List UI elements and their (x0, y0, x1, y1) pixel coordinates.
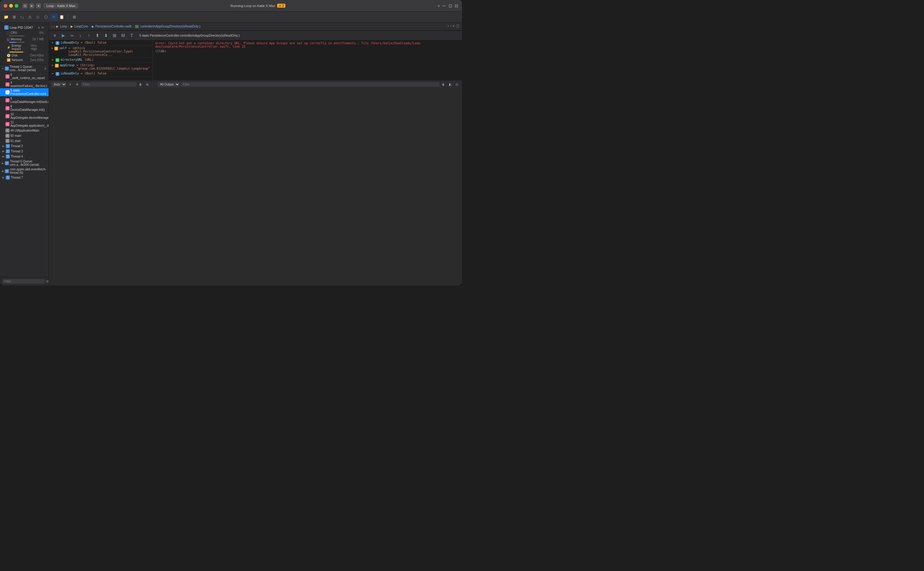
folder-icon-btn[interactable]: 📁 (2, 14, 10, 21)
play-btn[interactable]: ▶ (29, 3, 34, 8)
var-appgroup[interactable]: ▶ A appGroup = (String) "group.com.83JUV… (49, 63, 152, 71)
frame-11-item[interactable]: f 11 AppDelegate.application(_:didFi... (0, 120, 49, 128)
nav-next-btn[interactable]: › (450, 24, 451, 29)
nav-back-btn[interactable]: ⤺ (443, 3, 446, 8)
thread-4-item[interactable]: ▶ T Thread 4 (0, 154, 49, 159)
warning-badge[interactable]: ⚠ 2 (277, 4, 285, 8)
breadcrumb-file[interactable]: PersistenceController.swift (95, 25, 132, 28)
breadcrumb-forward-btn[interactable]: › (53, 25, 55, 29)
var-expand-5[interactable]: ▶ (51, 72, 54, 75)
sidebar-filter-input[interactable] (2, 279, 45, 284)
add-editor-btn[interactable]: + (438, 3, 440, 8)
frame-0-item[interactable]: f 0 _swift_runtime_on_report (0, 73, 49, 80)
vars-format-btn[interactable]: ℹ (68, 82, 73, 87)
thread-1-expand[interactable]: ▾ (2, 67, 4, 70)
thread-1-item[interactable]: ▾ T Thread 1 Queue: com...hread (serial)… (0, 65, 49, 73)
sep-2: › (89, 25, 90, 28)
debug-step-over-btn[interactable]: ⤼ (68, 32, 75, 39)
debug-btn[interactable]: ⬡ (42, 14, 50, 21)
thread-2-item[interactable]: ▶ T Thread 2 (0, 144, 49, 149)
breadcrumb-loop[interactable]: Loop (60, 25, 67, 28)
test-btn[interactable]: ◇ (34, 14, 42, 21)
vars-option-btn[interactable]: ⚙ (74, 82, 80, 87)
debug-hide-btn[interactable]: ≡ (51, 32, 58, 39)
vars-layout-btn[interactable]: ⊞ (144, 82, 150, 87)
output-layout-1-btn[interactable]: ◧ (447, 82, 453, 87)
breakpoints-btn[interactable]: ≡ (50, 14, 57, 21)
issues-btn[interactable]: ⚠ (26, 14, 34, 21)
debug-down-btn[interactable]: ⬇ (103, 32, 109, 39)
merge-icon-btn[interactable]: ⊞ (10, 14, 18, 21)
stop-btn[interactable]: ■ (36, 3, 41, 8)
breadcrumb-loopcore[interactable]: LoopCore (74, 25, 88, 28)
source-control-btn[interactable]: ↑↓ (19, 14, 26, 21)
thread-6-item[interactable]: ▶ T com.apple.uikit.eventfetch-thread (6… (0, 167, 49, 175)
frame-5-item[interactable]: f 5 static PersistenceController.cont... (0, 88, 49, 96)
debug-view-btn[interactable]: ⊞ (111, 32, 118, 39)
minimize-button[interactable] (9, 4, 13, 8)
auto-select[interactable]: Auto (51, 82, 66, 87)
debug-step-into-btn[interactable]: ↓ (77, 32, 84, 39)
editor-main: ERROR MESSAGE ↓ 1 // 2 // PersistenceCon… (49, 31, 462, 286)
run-status: Running Loop on Katie X Max (231, 4, 275, 8)
var-self[interactable]: ▶ A self = (@thick LoopKit.PersistenceCo… (49, 46, 152, 57)
process-item[interactable]: L Loop PID 13347 ⏸ ✕ (2, 25, 46, 31)
info-btn[interactable]: ⓘ (456, 24, 460, 29)
scheme-tab[interactable]: Loop › Katie X Max (43, 3, 79, 9)
energy-bar (9, 52, 25, 52)
thread-3-item[interactable]: ▶ T Thread 3 (0, 149, 49, 154)
thread-2-expand[interactable]: ▶ (2, 145, 5, 148)
close-button[interactable] (4, 4, 7, 8)
sidebar: L Loop PID 13347 ⏸ ✕ ⬚ CPU 0% (0, 23, 49, 286)
thread-3-expand[interactable]: ▶ (2, 150, 5, 153)
debug-up-btn[interactable]: ⬆ (94, 32, 101, 39)
grid-view-btn[interactable]: ⊞ (71, 14, 78, 21)
frame-4-item[interactable]: f 4 assertionFailure(_:file:line:) (0, 80, 49, 88)
frame-11-icon: f (6, 122, 9, 126)
thread-7-item[interactable]: ▶ T Thread 7 (0, 175, 49, 180)
sidebar-toggle-btn[interactable]: ▤ (23, 3, 28, 8)
debug-memory-btn[interactable]: M (120, 32, 127, 39)
memory-bar-fill (9, 42, 16, 43)
output-filter-input[interactable] (181, 82, 440, 87)
frame-6-item[interactable]: f 6 LoopDataManager.init(lastLoopC... (0, 96, 49, 104)
frame-5-label: 5 static PersistenceController.cont... (10, 89, 49, 96)
more-btn[interactable]: ≡ (452, 24, 455, 29)
titlebar: ▤ ▶ ■ Loop › Katie X Max Running Loop on… (0, 0, 462, 12)
output-layout-2-btn[interactable]: ⊡ (454, 82, 460, 87)
debug-continue-btn[interactable]: ▶ (60, 32, 67, 39)
var-directoryurl[interactable]: ▶ L directoryURL (URL) (49, 57, 152, 63)
thread-6-expand[interactable]: ▶ (2, 170, 4, 173)
var-expand[interactable]: ▶ (51, 41, 54, 44)
frame-10-item[interactable]: f 10 AppDelegate.deviceManager.ge... (0, 112, 49, 120)
thread-7-expand[interactable]: ▶ (2, 176, 5, 179)
breadcrumb-back-btn[interactable]: ‹ (51, 25, 53, 29)
debug-step-out-btn[interactable]: ↑ (85, 32, 92, 39)
fullscreen-button[interactable] (15, 4, 19, 8)
breadcrumb-method[interactable]: controllerInAppGroupDirectory(isReadOnly… (141, 25, 200, 28)
var-isreadonly-1[interactable]: ▶ A isReadOnly = (Bool) false (49, 40, 152, 46)
variables-panel[interactable]: ▶ A isReadOnly = (Bool) false ▶ A self =… (49, 40, 153, 80)
thread-4-expand[interactable]: ▶ (2, 155, 5, 158)
debug-simulate-btn[interactable]: T (128, 32, 135, 39)
reports-btn[interactable]: 📋 (58, 14, 65, 21)
error-output-text: error: Could not get a container directo… (155, 42, 460, 48)
output-select[interactable]: All Output (158, 82, 180, 87)
sidebar-layout-btn[interactable]: ⊞ (46, 279, 49, 284)
thread-5-item[interactable]: ▶ T Thread 5 Queue: com.a...9c000 (seria… (0, 159, 49, 167)
layout-btn[interactable]: ⊟ (455, 3, 458, 8)
split-view-btn[interactable]: ⊡ (449, 3, 452, 8)
thread-5-expand[interactable]: ▶ (2, 162, 4, 165)
var-expand-2[interactable]: ▶ (51, 46, 53, 49)
frame-49-item[interactable]: f 49 UIApplicationMain (0, 128, 49, 133)
output-trash-btn[interactable]: 🗑 (441, 82, 446, 87)
var-isreadonly-2[interactable]: ▶ A isReadOnly = (Bool) false (49, 71, 152, 77)
var-expand-4[interactable]: ▶ (51, 63, 54, 66)
vars-trash-btn[interactable]: 🗑 (138, 82, 143, 87)
frame-50-item[interactable]: f 50 main (0, 133, 49, 138)
frame-8-item[interactable]: f 8 DeviceDataManager.init() (0, 104, 49, 112)
frame-51-item[interactable]: f 51 start (0, 138, 49, 144)
var-expand-3[interactable]: ▶ (51, 58, 54, 61)
vars-filter-input[interactable] (81, 82, 136, 87)
nav-prev-btn[interactable]: ‹ (447, 24, 449, 29)
